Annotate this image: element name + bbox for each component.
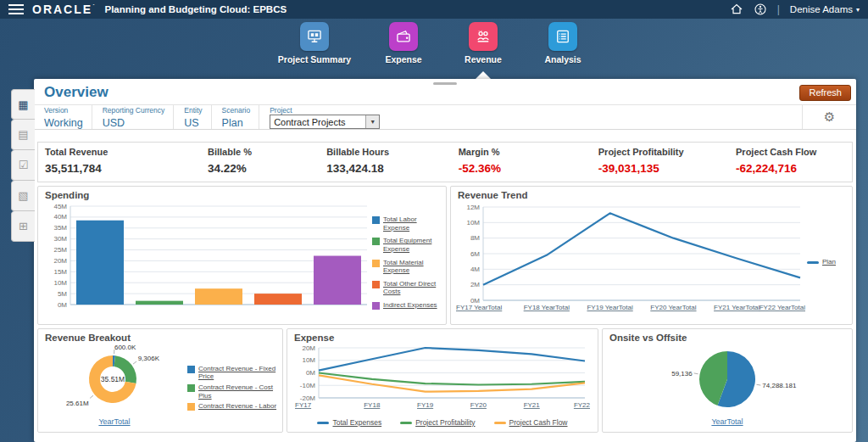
sidebar-tab-register[interactable]: ▧ (11, 181, 35, 211)
project-select[interactable]: Contract Projects ▼ (270, 115, 380, 129)
pov-project: Project Contract Projects ▼ (259, 105, 802, 129)
pov-label: Scenario (222, 106, 251, 115)
revenue-breakout-donut-chart[interactable]: 600.0K9,306K25.61M35.51M (42, 344, 187, 418)
page-title: Overview (44, 84, 108, 101)
app-title: Planning and Budgeting Cloud: EPBCS (104, 4, 287, 14)
kpi-value: -39,031,135 (598, 162, 659, 175)
nav-label: Revenue (465, 54, 502, 64)
kpi-row: Total Revenue 35,511,784 Billable % 34.2… (37, 142, 853, 182)
sidebar-tab-dashboard[interactable]: ▦ (11, 89, 35, 120)
nav-item-expense[interactable]: Expense (364, 22, 443, 79)
legend-item[interactable]: Total Expenses (317, 418, 381, 432)
svg-text:8M: 8M (470, 234, 480, 242)
svg-text:35M: 35M (53, 224, 67, 232)
refresh-button[interactable]: Refresh (799, 85, 851, 101)
svg-text:15M: 15M (53, 268, 67, 276)
legend-item[interactable]: Total Other Direct Costs (372, 280, 441, 296)
topbar-actions: | Denise Adams ▾ (730, 3, 860, 16)
register-icon: ▧ (18, 189, 28, 202)
legend-dash (807, 261, 819, 264)
legend-item[interactable]: Indirect Expenses (372, 301, 441, 310)
project-summary-tile (300, 22, 329, 51)
legend-item[interactable]: Project Profitability (400, 418, 475, 432)
kpi-label: Billable % (208, 147, 313, 157)
tasklist-icon: ☑ (19, 159, 29, 171)
nav-item-revenue[interactable]: Revenue (443, 22, 523, 79)
kpi-project-profitability: Project Profitability -39,031,135 (592, 147, 729, 176)
svg-text:6M: 6M (470, 250, 480, 258)
sidebar-tab-data-grid[interactable]: ⊞ (11, 211, 35, 242)
svg-text:0M: 0M (306, 369, 315, 377)
kpi-total-revenue: Total Revenue 35,511,784 (38, 147, 201, 176)
sidebar-tab-wallet[interactable]: ▤ (11, 120, 35, 150)
pov-value: USD (103, 117, 125, 129)
nav-label: Project Summary (278, 54, 351, 64)
legend-item[interactable]: Contract Revenue - Fixed Price (187, 365, 277, 381)
accessibility-icon[interactable] (754, 3, 767, 16)
svg-text:FY20: FY20 (470, 401, 487, 409)
expense-line-chart[interactable]: -20M-10M0M10M20MFY17FY18FY19FY20FY21FY22 (293, 344, 592, 418)
legend-item[interactable]: Contract Revenue - Cost Plus (187, 383, 277, 400)
revenue-trend-chart-panel: Revenue Trend 0M2M4M6M8M10M12MFY17 YearT… (450, 186, 853, 325)
spending-bar-chart[interactable]: 0M5M10M15M20M25M30M35M40M45M (42, 201, 372, 324)
kpi-label: Project Cash Flow (736, 147, 845, 157)
svg-text:FY17: FY17 (295, 401, 312, 409)
svg-text:FY22: FY22 (574, 401, 591, 409)
nav-item-project-summary[interactable]: Project Summary (265, 22, 364, 79)
legend-item[interactable]: Plan (807, 258, 836, 266)
expense-chart-panel: Expense -20M-10M0M10M20MFY17FY18FY19FY20… (287, 328, 598, 433)
svg-text:5M: 5M (58, 290, 67, 298)
settings-gear-icon[interactable]: ⚙ (802, 105, 856, 129)
chart-title: Revenue Trend (451, 187, 852, 200)
legend-item[interactable]: Total Material Expense (372, 259, 441, 275)
hamburger-menu-icon[interactable] (8, 4, 24, 14)
sidebar-tab-tasklist[interactable]: ☑ (11, 150, 35, 181)
pov-label: Version (44, 106, 83, 115)
svg-text:FY20 YearTotal: FY20 YearTotal (650, 304, 696, 311)
expense-tile (389, 22, 418, 51)
yeartotal-link[interactable]: YearTotal (98, 417, 130, 426)
svg-text:FY18: FY18 (364, 401, 381, 409)
people-revenue-icon (475, 28, 492, 45)
svg-text:-10M: -10M (300, 382, 316, 389)
chart-title: Spending (38, 187, 446, 201)
kpi-value: -52.36% (459, 162, 501, 175)
user-name: Denise Adams (790, 4, 853, 14)
user-menu[interactable]: Denise Adams ▾ (790, 4, 860, 14)
svg-text:20M: 20M (302, 344, 315, 352)
project-select-value: Contract Projects (270, 117, 365, 127)
legend-item[interactable]: Contract Revenue - Labor (187, 402, 277, 411)
svg-text:FY22 YearTotal: FY22 YearTotal (760, 304, 805, 311)
revenue-breakout-legend: Contract Revenue - Fixed Price Contract … (187, 344, 281, 432)
select-dropdown-arrow-icon: ▼ (365, 115, 379, 128)
onsite-offsite-pie-chart[interactable]: 74,288.18159,136 (612, 344, 843, 418)
svg-text:35.51M: 35.51M (101, 375, 125, 383)
kpi-value: -62,224,716 (736, 162, 797, 175)
svg-text:4M: 4M (470, 266, 480, 273)
panel-drag-handle[interactable] (433, 82, 457, 85)
revenue-trend-line-chart[interactable]: 0M2M4M6M8M10M12MFY17 YearTotalFY18 YearT… (454, 200, 807, 324)
legend-item[interactable]: Project Cash Flow (494, 418, 568, 432)
legend-item[interactable]: Total Labor Expense (372, 215, 441, 232)
pov-scenario[interactable]: Scenario Plan (212, 105, 260, 129)
dashboard-icon: ▦ (18, 98, 28, 111)
onsite-offsite-chart-panel: Onsite vs Offsite 74,288.18159,136 YearT… (602, 328, 853, 433)
wallet-icon: ▤ (18, 128, 28, 141)
legend-item[interactable]: Total Equipment Expense (372, 237, 441, 253)
revenue-tile (469, 22, 498, 51)
pov-version[interactable]: Version Working (34, 105, 92, 129)
home-icon[interactable] (730, 3, 743, 16)
pov-reporting-currency[interactable]: Reporting Currency USD (92, 105, 175, 129)
pov-bar: Version Working Reporting Currency USD E… (34, 104, 856, 130)
nav-item-analysis[interactable]: Analysis (523, 22, 603, 79)
left-tab-strip: ▦ ▤ ☑ ▧ ⊞ (11, 89, 35, 242)
chart-title: Onsite vs Offsite (603, 329, 852, 344)
charts-row-1: Spending 0M5M10M15M20M25M30M35M40M45M To… (37, 186, 853, 325)
svg-text:FY19 YearTotal: FY19 YearTotal (587, 304, 632, 311)
kpi-value: 35,511,784 (45, 162, 102, 175)
yeartotal-link[interactable]: YearTotal (711, 417, 743, 426)
pov-entity[interactable]: Entity US (174, 105, 211, 129)
dashboard-area: Total Revenue 35,511,784 Billable % 34.2… (34, 130, 856, 442)
legend-dash (494, 422, 506, 424)
svg-text:59,136: 59,136 (671, 370, 693, 378)
